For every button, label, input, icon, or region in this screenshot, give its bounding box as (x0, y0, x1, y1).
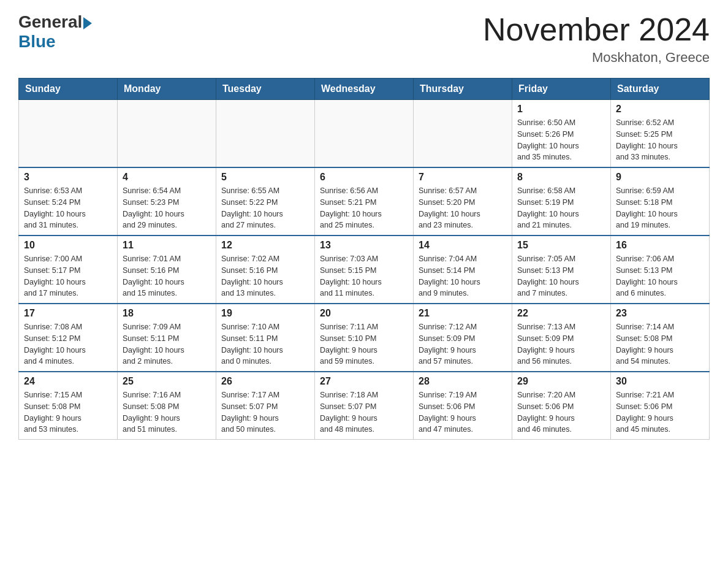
day-number: 14 (419, 240, 507, 251)
day-number: 28 (419, 376, 507, 387)
calendar-cell: 27Sunrise: 7:18 AMSunset: 5:07 PMDayligh… (315, 372, 414, 440)
week-row-5: 24Sunrise: 7:15 AMSunset: 5:08 PMDayligh… (19, 372, 710, 440)
calendar-cell: 16Sunrise: 7:06 AMSunset: 5:13 PMDayligh… (611, 236, 710, 304)
calendar-cell: 20Sunrise: 7:11 AMSunset: 5:10 PMDayligh… (315, 304, 414, 372)
calendar-cell: 4Sunrise: 6:54 AMSunset: 5:23 PMDaylight… (118, 167, 216, 236)
calendar-cell: 30Sunrise: 7:21 AMSunset: 5:06 PMDayligh… (611, 372, 710, 440)
sun-info: Sunrise: 7:14 AMSunset: 5:08 PMDaylight:… (616, 321, 704, 367)
calendar-cell: 9Sunrise: 6:59 AMSunset: 5:18 PMDaylight… (611, 167, 710, 236)
calendar-cell: 12Sunrise: 7:02 AMSunset: 5:16 PMDayligh… (216, 236, 315, 304)
sun-info: Sunrise: 6:59 AMSunset: 5:18 PMDaylight:… (616, 185, 704, 231)
day-number: 26 (221, 376, 309, 387)
day-number: 19 (221, 308, 309, 319)
calendar-cell: 24Sunrise: 7:15 AMSunset: 5:08 PMDayligh… (19, 372, 118, 440)
day-number: 25 (123, 376, 211, 387)
day-number: 7 (419, 172, 507, 183)
sun-info: Sunrise: 7:18 AMSunset: 5:07 PMDaylight:… (320, 389, 408, 435)
calendar-cell: 19Sunrise: 7:10 AMSunset: 5:11 PMDayligh… (216, 304, 315, 372)
calendar-cell: 3Sunrise: 6:53 AMSunset: 5:24 PMDaylight… (19, 167, 118, 236)
calendar-cell: 1Sunrise: 6:50 AMSunset: 5:26 PMDaylight… (512, 100, 611, 168)
sun-info: Sunrise: 7:06 AMSunset: 5:13 PMDaylight:… (616, 253, 704, 299)
week-row-4: 17Sunrise: 7:08 AMSunset: 5:12 PMDayligh… (19, 304, 710, 372)
day-number: 8 (517, 172, 605, 183)
sun-info: Sunrise: 7:10 AMSunset: 5:11 PMDaylight:… (221, 321, 309, 367)
day-number: 11 (123, 240, 211, 251)
day-number: 5 (221, 172, 309, 183)
logo-general-text: General (18, 12, 82, 32)
day-number: 18 (123, 308, 211, 319)
calendar-cell: 25Sunrise: 7:16 AMSunset: 5:08 PMDayligh… (118, 372, 216, 440)
week-row-2: 3Sunrise: 6:53 AMSunset: 5:24 PMDaylight… (19, 167, 710, 236)
sun-info: Sunrise: 7:08 AMSunset: 5:12 PMDaylight:… (24, 321, 112, 367)
header-friday: Friday (512, 79, 611, 100)
day-number: 15 (517, 240, 605, 251)
calendar-cell: 5Sunrise: 6:55 AMSunset: 5:22 PMDaylight… (216, 167, 315, 236)
sun-info: Sunrise: 7:00 AMSunset: 5:17 PMDaylight:… (24, 253, 112, 299)
header-sunday: Sunday (19, 79, 118, 100)
calendar-cell: 2Sunrise: 6:52 AMSunset: 5:25 PMDaylight… (611, 100, 710, 168)
calendar-cell: 26Sunrise: 7:17 AMSunset: 5:07 PMDayligh… (216, 372, 315, 440)
title-section: November 2024 Moskhaton, Greece (483, 12, 710, 66)
day-number: 17 (24, 308, 112, 319)
calendar-table: Sunday Monday Tuesday Wednesday Thursday… (18, 78, 710, 440)
calendar-cell (315, 100, 414, 168)
calendar-cell: 8Sunrise: 6:58 AMSunset: 5:19 PMDaylight… (512, 167, 611, 236)
calendar-cell: 23Sunrise: 7:14 AMSunset: 5:08 PMDayligh… (611, 304, 710, 372)
sun-info: Sunrise: 6:55 AMSunset: 5:22 PMDaylight:… (221, 185, 309, 231)
sun-info: Sunrise: 7:09 AMSunset: 5:11 PMDaylight:… (123, 321, 211, 367)
day-number: 21 (419, 308, 507, 319)
sun-info: Sunrise: 7:19 AMSunset: 5:06 PMDaylight:… (419, 389, 507, 435)
month-title: November 2024 (483, 12, 710, 47)
day-number: 6 (320, 172, 408, 183)
calendar-cell: 11Sunrise: 7:01 AMSunset: 5:16 PMDayligh… (118, 236, 216, 304)
logo: General Blue (18, 12, 92, 52)
week-row-3: 10Sunrise: 7:00 AMSunset: 5:17 PMDayligh… (19, 236, 710, 304)
sun-info: Sunrise: 7:05 AMSunset: 5:13 PMDaylight:… (517, 253, 605, 299)
location: Moskhaton, Greece (483, 50, 710, 66)
sun-info: Sunrise: 7:20 AMSunset: 5:06 PMDaylight:… (517, 389, 605, 435)
header-thursday: Thursday (414, 79, 512, 100)
day-number: 4 (123, 172, 211, 183)
day-number: 1 (517, 104, 605, 115)
day-number: 22 (517, 308, 605, 319)
sun-info: Sunrise: 7:01 AMSunset: 5:16 PMDaylight:… (123, 253, 211, 299)
calendar-cell: 6Sunrise: 6:56 AMSunset: 5:21 PMDaylight… (315, 167, 414, 236)
day-number: 3 (24, 172, 112, 183)
sun-info: Sunrise: 6:50 AMSunset: 5:26 PMDaylight:… (517, 117, 605, 163)
sun-info: Sunrise: 7:04 AMSunset: 5:14 PMDaylight:… (419, 253, 507, 299)
calendar-cell: 7Sunrise: 6:57 AMSunset: 5:20 PMDaylight… (414, 167, 512, 236)
sun-info: Sunrise: 6:53 AMSunset: 5:24 PMDaylight:… (24, 185, 112, 231)
sun-info: Sunrise: 6:56 AMSunset: 5:21 PMDaylight:… (320, 185, 408, 231)
day-number: 13 (320, 240, 408, 251)
sun-info: Sunrise: 6:54 AMSunset: 5:23 PMDaylight:… (123, 185, 211, 231)
sun-info: Sunrise: 7:03 AMSunset: 5:15 PMDaylight:… (320, 253, 408, 299)
day-number: 10 (24, 240, 112, 251)
sun-info: Sunrise: 7:16 AMSunset: 5:08 PMDaylight:… (123, 389, 211, 435)
sun-info: Sunrise: 7:02 AMSunset: 5:16 PMDaylight:… (221, 253, 309, 299)
sun-info: Sunrise: 7:12 AMSunset: 5:09 PMDaylight:… (419, 321, 507, 367)
calendar-cell: 10Sunrise: 7:00 AMSunset: 5:17 PMDayligh… (19, 236, 118, 304)
day-number: 20 (320, 308, 408, 319)
calendar-cell: 17Sunrise: 7:08 AMSunset: 5:12 PMDayligh… (19, 304, 118, 372)
calendar-cell: 22Sunrise: 7:13 AMSunset: 5:09 PMDayligh… (512, 304, 611, 372)
day-number: 12 (221, 240, 309, 251)
day-number: 29 (517, 376, 605, 387)
calendar-cell: 29Sunrise: 7:20 AMSunset: 5:06 PMDayligh… (512, 372, 611, 440)
day-number: 2 (616, 104, 704, 115)
calendar-cell: 21Sunrise: 7:12 AMSunset: 5:09 PMDayligh… (414, 304, 512, 372)
sun-info: Sunrise: 7:11 AMSunset: 5:10 PMDaylight:… (320, 321, 408, 367)
calendar-cell (216, 100, 315, 168)
header-wednesday: Wednesday (315, 79, 414, 100)
calendar-cell: 14Sunrise: 7:04 AMSunset: 5:14 PMDayligh… (414, 236, 512, 304)
page-header: General Blue November 2024 Moskhaton, Gr… (18, 12, 710, 66)
sun-info: Sunrise: 7:13 AMSunset: 5:09 PMDaylight:… (517, 321, 605, 367)
day-number: 24 (24, 376, 112, 387)
calendar-cell: 15Sunrise: 7:05 AMSunset: 5:13 PMDayligh… (512, 236, 611, 304)
calendar-cell: 28Sunrise: 7:19 AMSunset: 5:06 PMDayligh… (414, 372, 512, 440)
sun-info: Sunrise: 7:17 AMSunset: 5:07 PMDaylight:… (221, 389, 309, 435)
sun-info: Sunrise: 6:57 AMSunset: 5:20 PMDaylight:… (419, 185, 507, 231)
logo-arrow-icon (83, 17, 92, 29)
calendar-cell (19, 100, 118, 168)
day-number: 27 (320, 376, 408, 387)
header-saturday: Saturday (611, 79, 710, 100)
